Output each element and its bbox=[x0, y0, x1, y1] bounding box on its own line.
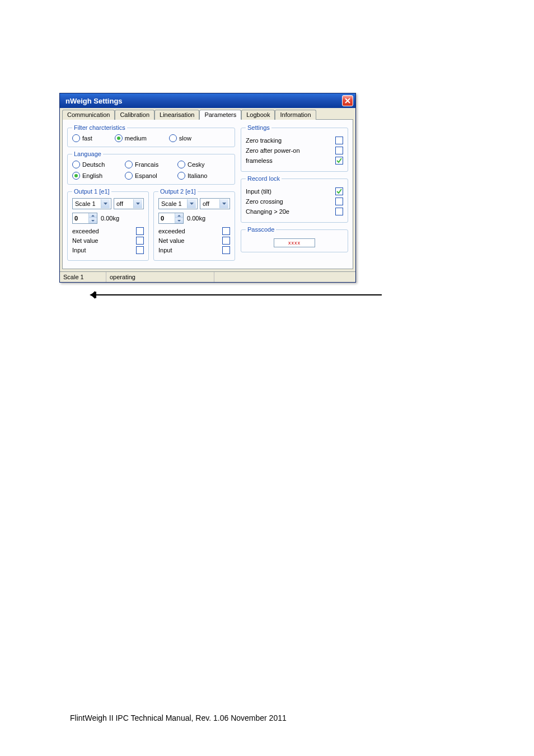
output2-exceeded-label: exceeded bbox=[158, 228, 185, 234]
tab-information[interactable]: Information bbox=[275, 110, 316, 120]
lang-it-label: Italiano bbox=[188, 172, 207, 179]
settings-legend: Settings bbox=[246, 124, 271, 131]
changing-label: Changing > 20e bbox=[246, 208, 289, 215]
chevron-down-icon bbox=[187, 199, 196, 208]
output2-legend: Output 2 [e1] bbox=[158, 188, 198, 195]
close-button[interactable] bbox=[342, 95, 353, 106]
output2-group: Output 2 [e1] Scale 1 off 0 bbox=[153, 188, 235, 261]
zero-crossing-checkbox[interactable] bbox=[335, 198, 343, 205]
output2-spinner[interactable]: 0 bbox=[158, 213, 184, 224]
chevron-down-icon bbox=[219, 199, 228, 208]
zero-crossing-label: Zero crossing bbox=[246, 198, 283, 205]
filter-slow-label: slow bbox=[179, 135, 191, 142]
output2-net-checkbox[interactable] bbox=[222, 237, 230, 245]
statusbar: Scale 1 operating bbox=[60, 271, 355, 282]
filter-medium[interactable]: medium bbox=[115, 134, 147, 142]
output1-scale-value: Scale 1 bbox=[75, 200, 99, 207]
output2-exceeded-checkbox[interactable] bbox=[222, 227, 230, 235]
radio-icon bbox=[72, 134, 80, 142]
lang-francais[interactable]: Francais bbox=[125, 161, 177, 168]
language-legend: Language bbox=[72, 151, 103, 157]
frameless-label: frameless bbox=[246, 157, 273, 164]
frameless-checkbox[interactable] bbox=[335, 157, 343, 165]
radio-icon bbox=[115, 134, 123, 142]
spinner-buttons bbox=[88, 213, 97, 223]
output1-mode-value: off bbox=[116, 200, 132, 207]
lang-espanol[interactable]: Espanol bbox=[125, 172, 177, 180]
page-footer: FlintWeigh II IPC Technical Manual, Rev.… bbox=[70, 713, 287, 722]
tab-parameters[interactable]: Parameters bbox=[199, 110, 241, 120]
chevron-down-icon bbox=[133, 199, 142, 208]
input-tilt-checkbox[interactable] bbox=[335, 187, 343, 195]
recordlock-legend: Record lock bbox=[246, 175, 282, 182]
output2-input-label: Input bbox=[158, 247, 172, 253]
output2-mode-value: off bbox=[203, 200, 218, 207]
tab-linearisation[interactable]: Linearisation bbox=[154, 110, 199, 120]
status-empty bbox=[214, 272, 355, 282]
output2-scale-dropdown[interactable]: Scale 1 bbox=[158, 198, 198, 209]
filter-group: Filter charcteristics fast medium slow bbox=[67, 124, 235, 147]
spinner-buttons bbox=[175, 213, 183, 223]
passcode-legend: Passcode bbox=[246, 226, 276, 233]
status-mode: operating bbox=[106, 272, 214, 282]
close-icon bbox=[345, 98, 350, 104]
output1-mode-dropdown[interactable]: off bbox=[114, 198, 144, 209]
radio-icon bbox=[177, 172, 185, 180]
lang-deutsch[interactable]: Deutsch bbox=[72, 161, 125, 168]
output1-spinner[interactable]: 0 bbox=[72, 213, 97, 224]
parameters-panel: Filter charcteristics fast medium slow bbox=[62, 119, 353, 269]
filter-legend: Filter charcteristics bbox=[72, 124, 127, 131]
spinner-up-icon[interactable] bbox=[175, 213, 183, 218]
input-tilt-label: Input (tilt) bbox=[246, 188, 271, 195]
output1-input-checkbox[interactable] bbox=[136, 246, 144, 254]
settings-group: Settings Zero tracking Zero after power-… bbox=[241, 124, 348, 172]
lang-cesky[interactable]: Cesky bbox=[177, 161, 230, 168]
annotation-line bbox=[96, 294, 382, 295]
changing-checkbox[interactable] bbox=[335, 208, 343, 215]
zero-after-checkbox[interactable] bbox=[335, 147, 343, 154]
output1-net-checkbox[interactable] bbox=[136, 237, 144, 245]
radio-icon bbox=[72, 172, 80, 180]
output1-scale-dropdown[interactable]: Scale 1 bbox=[72, 198, 111, 209]
zero-after-label: Zero after power-on bbox=[246, 147, 300, 154]
output2-net-label: Net value bbox=[158, 237, 184, 244]
zero-tracking-checkbox[interactable] bbox=[335, 137, 343, 144]
settings-window: nWeigh Settings Communication Calibratio… bbox=[59, 93, 356, 283]
tabs: Communication Calibration Linearisation … bbox=[60, 108, 355, 119]
output2-unit: 0.00kg bbox=[187, 215, 205, 222]
status-scale: Scale 1 bbox=[60, 272, 106, 282]
language-group: Language Deutsch Francais Cesky bbox=[67, 151, 235, 185]
radio-icon bbox=[169, 134, 177, 142]
radio-icon bbox=[72, 161, 80, 168]
titlebar: nWeigh Settings bbox=[60, 93, 355, 108]
output2-mode-dropdown[interactable]: off bbox=[200, 198, 230, 209]
tab-communication[interactable]: Communication bbox=[62, 110, 115, 120]
lang-de-label: Deutsch bbox=[82, 161, 105, 168]
spinner-down-icon[interactable] bbox=[89, 218, 97, 223]
lang-es-label: Espanol bbox=[135, 172, 157, 179]
output1-group: Output 1 [e1] Scale 1 off 0 bbox=[67, 188, 149, 261]
spinner-down-icon[interactable] bbox=[175, 218, 183, 223]
recordlock-group: Record lock Input (tilt) Zero crossing C… bbox=[241, 175, 348, 223]
lang-en-label: English bbox=[82, 172, 102, 179]
output2-scale-value: Scale 1 bbox=[161, 200, 185, 207]
output2-spin-value: 0 bbox=[159, 213, 175, 223]
lang-english[interactable]: English bbox=[72, 172, 125, 180]
output1-net-label: Net value bbox=[72, 237, 98, 244]
zero-tracking-label: Zero tracking bbox=[246, 137, 282, 144]
filter-medium-label: medium bbox=[125, 135, 147, 142]
passcode-input[interactable]: xxxx bbox=[274, 238, 315, 247]
spinner-up-icon[interactable] bbox=[89, 213, 97, 218]
output1-exceeded-checkbox[interactable] bbox=[136, 227, 144, 235]
radio-icon bbox=[125, 161, 133, 168]
output1-exceeded-label: exceeded bbox=[72, 228, 99, 234]
filter-fast-label: fast bbox=[82, 135, 92, 142]
output2-input-checkbox[interactable] bbox=[222, 246, 230, 254]
lang-italiano[interactable]: Italiano bbox=[177, 172, 230, 180]
window-title: nWeigh Settings bbox=[65, 97, 123, 105]
tab-calibration[interactable]: Calibration bbox=[115, 110, 154, 120]
radio-icon bbox=[177, 161, 185, 168]
filter-slow[interactable]: slow bbox=[169, 134, 191, 142]
tab-logbook[interactable]: Logbook bbox=[241, 110, 275, 120]
filter-fast[interactable]: fast bbox=[72, 134, 92, 142]
